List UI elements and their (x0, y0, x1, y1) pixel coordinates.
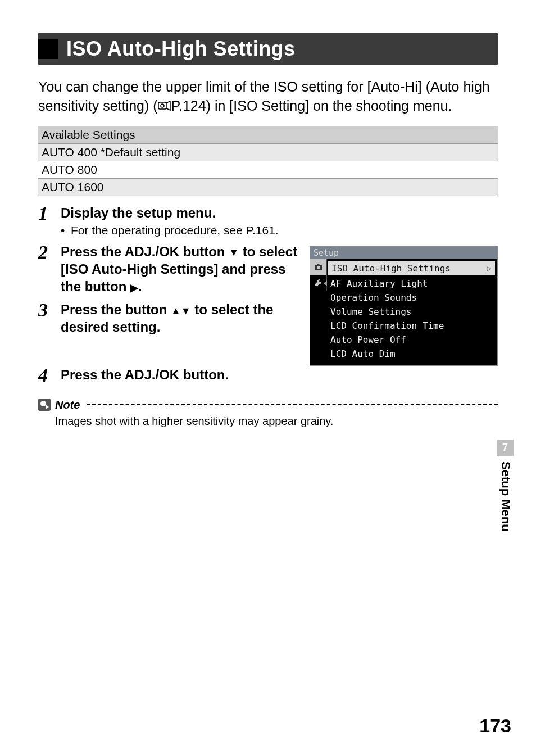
table-cell: AUTO 800 (38, 161, 498, 178)
step-title: Display the setup menu. (61, 204, 498, 221)
note-divider (87, 404, 498, 405)
svg-point-3 (317, 265, 320, 269)
up-triangle-icon: ▲ (171, 306, 181, 316)
tab-pointer-icon (324, 280, 327, 286)
lcd-screenshot: Setup ISO Auto-High Setti (310, 246, 498, 366)
svg-rect-4 (317, 264, 320, 265)
table-row: AUTO 800 (38, 161, 498, 178)
lcd-menu-item: Auto Power Off (327, 333, 497, 347)
table-row: AUTO 1600 (38, 178, 498, 196)
lcd-item-label: LCD Confirmation Time (330, 320, 444, 331)
step-2: 2 Press the ADJ./OK button ▼ to select [… (38, 243, 299, 296)
lcd-menu-item: Operation Sounds (327, 291, 497, 305)
lcd-item-label: Volume Settings (330, 306, 412, 317)
lcd-menu-item: AF Auxiliary Light (327, 277, 497, 291)
heading-marker (38, 39, 58, 59)
intro-paragraph: You can change the upper limit of the IS… (38, 78, 498, 116)
lcd-menu-item-selected: ISO Auto-High Settings ▷ (328, 261, 495, 275)
chapter-number: 7 (497, 440, 514, 456)
note-label: Note (55, 399, 80, 411)
right-triangle-icon: ▶ (130, 283, 138, 293)
lcd-menu-item: Volume Settings (327, 305, 497, 319)
table-row: AUTO 400 *Default setting (38, 143, 498, 161)
table-cell: AUTO 1600 (38, 178, 498, 196)
chevron-right-icon: ▷ (487, 264, 492, 273)
step-1: 1 Display the setup menu. For the operat… (38, 204, 498, 237)
step-title: Press the button ▲▼ to select the desire… (61, 301, 299, 336)
intro-text-2: ) in [ISO Setting] on the shooting menu. (206, 98, 452, 114)
lcd-tab-column (310, 259, 327, 365)
step-text: Press the button (61, 302, 171, 317)
lcd-item-label: Operation Sounds (330, 292, 417, 303)
lcd-menu-item: LCD Auto Dim (327, 347, 497, 361)
lcd-item-label: ISO Auto-High Settings (331, 263, 451, 274)
heading-text: ISO Auto-High Settings (66, 37, 296, 61)
table-header: Available Settings (38, 126, 498, 143)
lcd-menu-item: LCD Confirmation Time (327, 319, 497, 333)
available-settings-table: Available Settings AUTO 400 *Default set… (38, 126, 498, 196)
step-number: 3 (38, 301, 61, 336)
step-title: Press the ADJ./OK button ▼ to select [IS… (61, 243, 299, 296)
step-4: 4 Press the ADJ./OK button. (38, 366, 498, 385)
lcd-item-label: LCD Auto Dim (330, 348, 396, 359)
chapter-label: Setup Menu (497, 456, 515, 537)
note-block: Note Images shot with a higher sensitivi… (38, 399, 498, 428)
step-title: Press the ADJ./OK button. (61, 366, 498, 383)
section-heading: ISO Auto-High Settings (38, 33, 498, 65)
svg-rect-0 (158, 102, 166, 109)
note-text: Images shot with a higher sensitivity ma… (55, 415, 498, 428)
step-3: 3 Press the button ▲▼ to select the desi… (38, 301, 299, 336)
side-tab: 7 Setup Menu (497, 440, 514, 540)
svg-point-1 (161, 104, 164, 107)
step-subtext: For the operating procedure, see P.161. (61, 224, 498, 237)
reference-icon (158, 99, 171, 115)
down-triangle-icon: ▼ (181, 306, 191, 316)
camera-tab-icon (310, 259, 327, 275)
step-text: Press the ADJ./OK button (61, 244, 229, 259)
lcd-title: Setup (310, 247, 497, 259)
table-cell: AUTO 400 *Default setting (38, 143, 498, 161)
page-number: 173 (479, 715, 511, 737)
lcd-menu-list: ISO Auto-High Settings ▷ AF Auxiliary Li… (327, 259, 497, 365)
lcd-item-label: Auto Power Off (330, 334, 406, 345)
step-number: 4 (38, 366, 61, 385)
down-triangle-icon: ▼ (229, 247, 239, 257)
step-text: . (138, 279, 142, 294)
note-icon (38, 399, 51, 411)
intro-ref: P.124 (171, 98, 206, 114)
step-number: 2 (38, 243, 61, 296)
lcd-item-label: AF Auxiliary Light (330, 278, 428, 289)
step-number: 1 (38, 204, 61, 237)
